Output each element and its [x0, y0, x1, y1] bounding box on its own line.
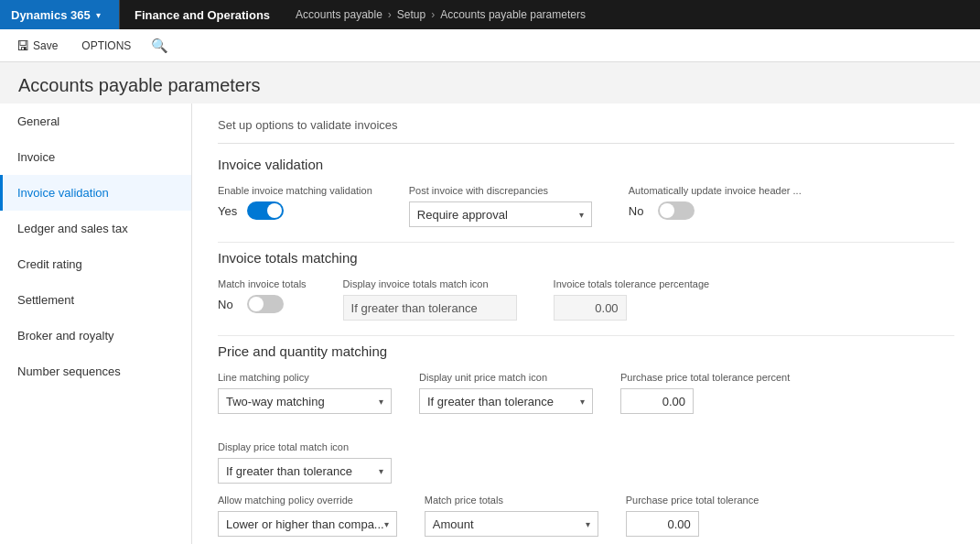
line-policy-chevron-icon: ▾ [379, 397, 383, 407]
match-price-group: Match price totals Amount ▾ [425, 495, 598, 537]
page-body: General Invoice Invoice validation Ledge… [0, 103, 980, 544]
post-invoice-chevron-icon: ▾ [579, 210, 584, 220]
display-price-dropdown[interactable]: If greater than tolerance ▾ [218, 458, 392, 484]
display-price-group: Display price total match icon If greate… [218, 441, 392, 484]
dynamics-chevron-icon: ▾ [96, 10, 101, 20]
invoice-totals-title: Invoice totals matching [218, 250, 954, 266]
allow-override-chevron-icon: ▾ [384, 519, 389, 529]
options-label: OPTIONS [81, 39, 131, 52]
enable-matching-group: Enable invoice matching validation Yes [218, 185, 372, 220]
finance-label: Finance and Operations [135, 8, 270, 22]
display-unit-chevron-icon: ▾ [580, 397, 585, 407]
match-totals-value: No [218, 298, 240, 311]
purchase-pct-group: Purchase price total tolerance percent 0… [620, 372, 790, 414]
display-unit-dropdown[interactable]: If greater than tolerance ▾ [419, 388, 593, 414]
match-totals-toggle-row: No [218, 295, 307, 313]
price-quantity-section: Price and quantity matching Line matchin… [218, 343, 954, 544]
breadcrumb-sep2: › [431, 8, 435, 21]
display-unit-group: Display unit price match icon If greater… [419, 372, 593, 414]
breadcrumb-params: Accounts payable parameters [440, 8, 586, 21]
breadcrumb-ap[interactable]: Accounts payable [296, 8, 382, 21]
save-label: Save [33, 39, 58, 52]
line-policy-dropdown[interactable]: Two-way matching ▾ [218, 388, 392, 414]
price-quantity-row2: Allow matching policy override Lower or … [218, 495, 954, 537]
display-unit-label: Display unit price match icon [419, 372, 593, 383]
match-totals-group: Match invoice totals No [218, 278, 307, 313]
save-icon: 🖫 [16, 38, 29, 53]
match-totals-label: Match invoice totals [218, 278, 307, 289]
purchase-tolerance-group: Purchase price total tolerance 0.00 [626, 495, 759, 537]
page-title-bar: Accounts payable parameters [0, 62, 980, 103]
post-invoice-group: Post invoice with discrepancies Require … [409, 185, 592, 227]
auto-update-value: No [629, 204, 651, 218]
sidebar-item-general[interactable]: General [0, 103, 191, 139]
match-price-value: Amount [433, 517, 474, 531]
post-invoice-dropdown[interactable]: Require approval ▾ [409, 201, 592, 227]
tolerance-pct-label: Invoice totals tolerance percentage [554, 278, 710, 289]
breadcrumb-sep1: › [388, 8, 392, 21]
breadcrumb-setup[interactable]: Setup [397, 8, 425, 21]
dynamics-label: Dynamics 365 [11, 8, 91, 22]
invoice-totals-section: Invoice totals matching Match invoice to… [218, 250, 954, 336]
search-icon[interactable]: 🔍 [151, 38, 168, 54]
line-policy-label: Line matching policy [218, 372, 392, 383]
sidebar-item-ledger-sales-tax[interactable]: Ledger and sales tax [0, 211, 191, 246]
section-intro: Set up options to validate invoices [218, 118, 954, 144]
allow-override-dropdown[interactable]: Lower or higher than compa... ▾ [218, 511, 397, 537]
invoice-validation-title: Invoice validation [218, 157, 954, 172]
sidebar-item-invoice[interactable]: Invoice [0, 139, 191, 175]
auto-update-group: Automatically update invoice header ... … [629, 185, 802, 220]
finance-operations-nav[interactable]: Finance and Operations [119, 0, 285, 29]
display-price-value: If greater than tolerance [226, 464, 352, 478]
sidebar-item-number-sequences[interactable]: Number sequences [0, 354, 191, 389]
auto-update-toggle[interactable] [658, 201, 695, 220]
invoice-totals-fields-row: Match invoice totals No Display invoice … [218, 278, 954, 321]
tolerance-pct-group: Invoice totals tolerance percentage 0.00 [554, 278, 710, 321]
purchase-tolerance-input[interactable]: 0.00 [626, 511, 699, 537]
tolerance-pct-input: 0.00 [554, 295, 627, 321]
display-icon-label: Display invoice totals match icon [343, 278, 517, 289]
auto-update-label: Automatically update invoice header ... [629, 185, 802, 196]
sidebar-item-broker-royalty[interactable]: Broker and royalty [0, 318, 191, 354]
auto-update-knob [660, 203, 674, 218]
display-icon-input: If greater than tolerance [343, 295, 517, 321]
price-quantity-row1: Line matching policy Two-way matching ▾ … [218, 372, 954, 484]
page-container: Accounts payable parameters General Invo… [0, 62, 980, 544]
page-title: Accounts payable parameters [18, 75, 962, 96]
display-icon-group: Display invoice totals match icon If gre… [343, 278, 517, 321]
price-quantity-title: Price and quantity matching [218, 343, 954, 359]
enable-matching-value: Yes [218, 204, 240, 218]
enable-matching-label: Enable invoice matching validation [218, 185, 372, 196]
match-totals-toggle[interactable] [247, 295, 284, 313]
enable-matching-knob [267, 203, 282, 218]
allow-override-value: Lower or higher than compa... [226, 517, 384, 531]
save-button[interactable]: 🖫 Save [9, 37, 65, 55]
match-price-label: Match price totals [425, 495, 598, 506]
match-totals-knob [249, 297, 264, 311]
breadcrumb: Accounts payable › Setup › Accounts paya… [285, 0, 597, 29]
purchase-pct-input[interactable]: 0.00 [620, 388, 694, 414]
purchase-pct-label: Purchase price total tolerance percent [620, 372, 790, 383]
sidebar: General Invoice Invoice validation Ledge… [0, 103, 192, 544]
allow-override-label: Allow matching policy override [218, 495, 397, 506]
line-policy-group: Line matching policy Two-way matching ▾ [218, 372, 392, 414]
toolbar: 🖫 Save OPTIONS 🔍 [0, 29, 980, 62]
display-price-label: Display price total match icon [218, 441, 392, 452]
options-button[interactable]: OPTIONS [76, 38, 136, 54]
match-price-chevron-icon: ▾ [586, 519, 590, 529]
enable-matching-toggle-row: Yes [218, 201, 372, 220]
line-policy-value: Two-way matching [226, 395, 325, 408]
dynamics-365-nav[interactable]: Dynamics 365 ▾ [0, 0, 119, 29]
display-price-chevron-icon: ▾ [379, 466, 383, 476]
sidebar-item-credit-rating[interactable]: Credit rating [0, 246, 191, 282]
purchase-tolerance-label: Purchase price total tolerance [626, 495, 759, 506]
display-unit-value: If greater than tolerance [427, 395, 554, 408]
enable-matching-toggle[interactable] [247, 201, 284, 220]
match-price-dropdown[interactable]: Amount ▾ [425, 511, 598, 537]
post-invoice-value: Require approval [417, 208, 508, 222]
invoice-validation-section: Invoice validation Enable invoice matchi… [218, 157, 954, 243]
invoice-validation-fields-row: Enable invoice matching validation Yes P… [218, 185, 954, 227]
sidebar-item-settlement[interactable]: Settlement [0, 282, 191, 318]
auto-update-toggle-row: No [629, 201, 802, 220]
sidebar-item-invoice-validation[interactable]: Invoice validation [0, 175, 191, 211]
